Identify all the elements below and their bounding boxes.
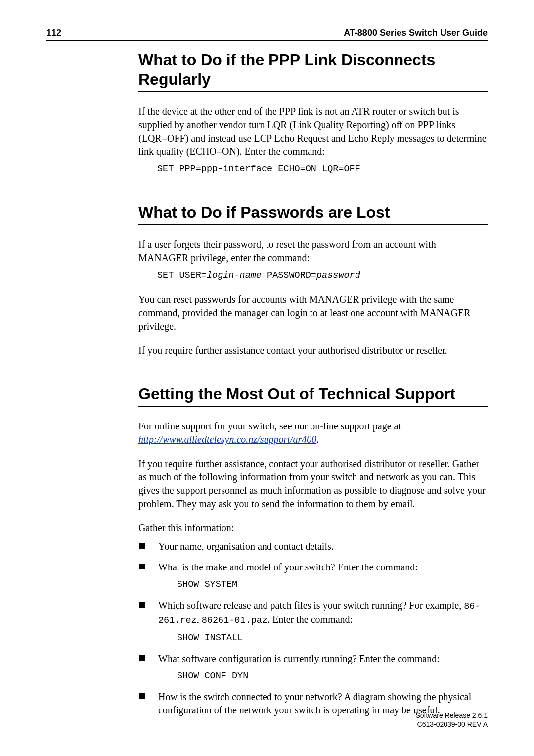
section-heading-passwords: What to Do if Passwords are Lost <box>138 203 488 225</box>
list-item: What is the make and model of your switc… <box>138 561 488 591</box>
list-item-text: Which software release and patch files i… <box>158 600 480 625</box>
document-title: AT-8800 Series Switch User Guide <box>344 27 488 39</box>
page-footer: Software Release 2.6.1 C613-02039-00 REV… <box>415 711 488 729</box>
page-content: What to Do if the PPP Link Disconnects R… <box>138 44 488 717</box>
page-number: 112 <box>46 27 61 39</box>
square-bullet-icon <box>139 543 145 549</box>
inline-code: 86261-01.paz <box>202 615 267 626</box>
footer-partnumber: C613-02039-00 REV A <box>415 720 488 729</box>
square-bullet-icon <box>139 655 145 661</box>
list-item: What software configuration is currently… <box>138 652 488 683</box>
support-link[interactable]: http://www.alliedtelesyn.co.nz/support/a… <box>138 434 316 445</box>
page-header: 112 AT-8800 Series Switch User Guide <box>46 27 488 41</box>
command-block: SHOW CONF DYN <box>177 670 488 683</box>
list-item: Your name, organisation and contact deta… <box>138 540 488 553</box>
square-bullet-icon <box>139 602 145 608</box>
command-block: SET PPP=ppp-interface ECHO=ON LQR=OFF <box>157 163 488 176</box>
body-text: Gather this information: <box>138 521 488 535</box>
section-heading-ppp: What to Do if the PPP Link Disconnects R… <box>138 50 488 92</box>
command-block: SHOW SYSTEM <box>177 579 488 591</box>
square-bullet-icon <box>139 693 145 699</box>
list-item-text: What is the make and model of your switc… <box>158 562 418 572</box>
list-item-text: What software configuration is currently… <box>158 653 440 664</box>
body-text: If a user forgets their password, to res… <box>138 238 488 265</box>
body-text: If you require further assistance contac… <box>138 344 488 357</box>
command-block: SET USER=login-name PASSWORD=password <box>157 270 488 282</box>
body-text: For online support for your switch, see … <box>138 420 488 446</box>
body-text: You can reset passwords for accounts wit… <box>138 293 488 333</box>
list-item-text: Your name, organisation and contact deta… <box>158 541 334 552</box>
section-heading-support: Getting the Most Out of Technical Suppor… <box>138 384 488 407</box>
square-bullet-icon <box>139 564 145 569</box>
command-block: SHOW INSTALL <box>177 632 488 645</box>
footer-release: Software Release 2.6.1 <box>415 711 488 720</box>
body-text: If you require further assistance, conta… <box>138 457 488 511</box>
body-text: If the device at the other end of the PP… <box>138 105 488 158</box>
command-argument: login-name <box>207 270 262 281</box>
command-argument: password <box>316 270 360 281</box>
bullet-list: Your name, organisation and contact deta… <box>138 540 488 717</box>
list-item: Which software release and patch files i… <box>138 599 488 645</box>
